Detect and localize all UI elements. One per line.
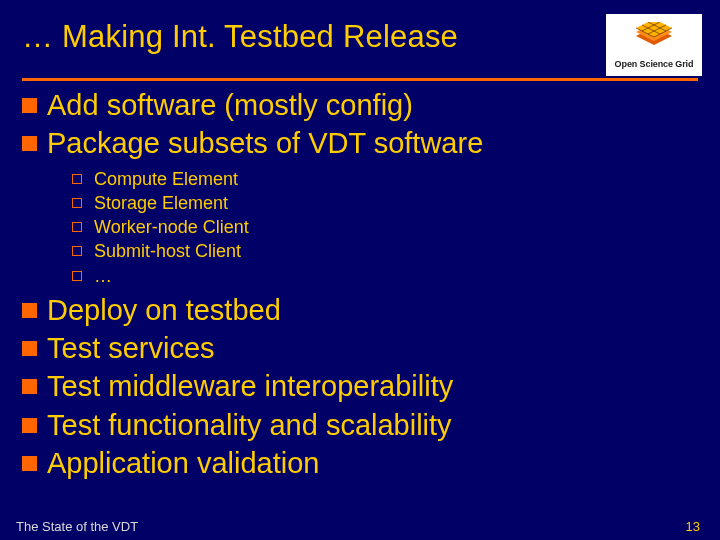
bullet-l2: Submit-host Client — [72, 239, 698, 263]
bullet-l1: Test middleware interoperability — [22, 368, 698, 404]
square-bullet-icon — [22, 303, 37, 318]
square-bullet-icon — [22, 98, 37, 113]
square-bullet-icon — [22, 379, 37, 394]
bullet-text: Compute Element — [94, 167, 238, 191]
logo-label: Open Science Grid — [615, 59, 694, 69]
footer-left: The State of the VDT — [16, 519, 138, 534]
content: Add software (mostly config) Package sub… — [0, 81, 720, 481]
square-bullet-icon — [22, 341, 37, 356]
bullet-l2: Worker-node Client — [72, 215, 698, 239]
bullet-text: Test services — [47, 330, 215, 366]
bullet-text: … — [94, 264, 112, 288]
bullet-l2: … — [72, 264, 698, 288]
bullet-text: Application validation — [47, 445, 319, 481]
hollow-square-bullet-icon — [72, 174, 82, 184]
bullet-l1: Package subsets of VDT software — [22, 125, 698, 161]
bullet-l1: Deploy on testbed — [22, 292, 698, 328]
page-number: 13 — [686, 519, 700, 534]
hollow-square-bullet-icon — [72, 222, 82, 232]
bullet-text: Deploy on testbed — [47, 292, 281, 328]
slide-title: … Making Int. Testbed Release — [22, 14, 606, 55]
bullet-text: Add software (mostly config) — [47, 87, 413, 123]
square-bullet-icon — [22, 418, 37, 433]
hollow-square-bullet-icon — [72, 198, 82, 208]
sub-bullet-group: Compute Element Storage Element Worker-n… — [22, 162, 698, 290]
bullet-l1: Test services — [22, 330, 698, 366]
bullet-text: Storage Element — [94, 191, 228, 215]
bullet-text: Test functionality and scalability — [47, 407, 452, 443]
slide: … Making Int. Testbed Release Open Scien… — [0, 0, 720, 540]
square-bullet-icon — [22, 456, 37, 471]
bullet-l1: Application validation — [22, 445, 698, 481]
bullet-text: Submit-host Client — [94, 239, 241, 263]
title-row: … Making Int. Testbed Release Open Scien… — [0, 0, 720, 76]
bullet-text: Worker-node Client — [94, 215, 249, 239]
bullet-l1: Add software (mostly config) — [22, 87, 698, 123]
footer: The State of the VDT 13 — [0, 519, 720, 534]
bullet-l2: Compute Element — [72, 167, 698, 191]
bullet-l1: Test functionality and scalability — [22, 407, 698, 443]
bullet-l2: Storage Element — [72, 191, 698, 215]
square-bullet-icon — [22, 136, 37, 151]
hollow-square-bullet-icon — [72, 246, 82, 256]
bullet-text: Package subsets of VDT software — [47, 125, 483, 161]
hollow-square-bullet-icon — [72, 271, 82, 281]
logo: Open Science Grid — [606, 14, 702, 76]
bullet-text: Test middleware interoperability — [47, 368, 453, 404]
osg-grid-icon — [631, 22, 677, 56]
